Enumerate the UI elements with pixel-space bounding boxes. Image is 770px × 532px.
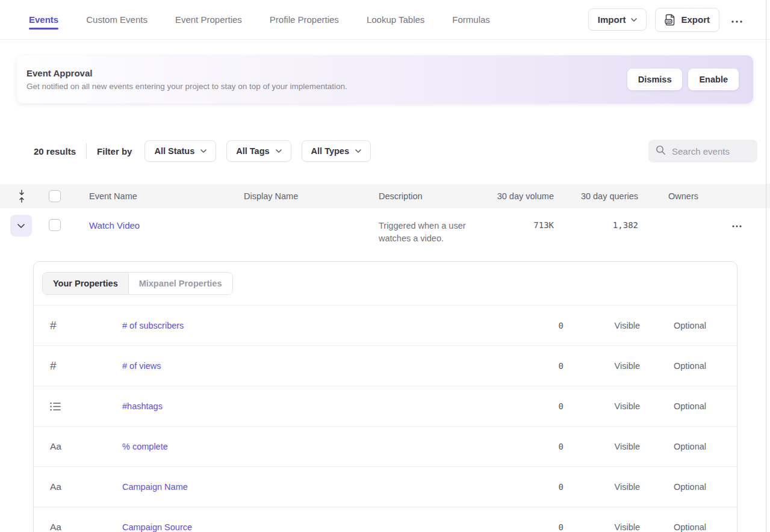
chevron-down-icon: [355, 149, 361, 153]
scrollbar-track[interactable]: [766, 0, 766, 532]
import-button[interactable]: Import: [588, 8, 647, 31]
banner-description: Get notified on all new events entering …: [26, 82, 347, 91]
column-event-name[interactable]: Event Name: [78, 191, 233, 201]
import-button-label: Import: [598, 14, 626, 25]
banner-actions: Dismiss Enable: [627, 69, 739, 90]
property-row: # # of subscribers 0 Visible Optional: [34, 306, 737, 346]
export-button[interactable]: csv Export: [655, 8, 719, 32]
tab-custom-events[interactable]: Custom Events: [86, 0, 147, 39]
events-table: Event Name Display Name Description 30 d…: [0, 184, 770, 250]
banner-text: Event Approval Get notified on all new e…: [26, 68, 347, 91]
csv-file-icon: csv: [665, 14, 675, 26]
tab-your-properties[interactable]: Your Properties: [43, 273, 128, 294]
column-30-day-queries[interactable]: 30 day queries: [554, 191, 638, 201]
column-description[interactable]: Description: [368, 191, 483, 201]
more-menu-button[interactable]: [728, 11, 746, 29]
select-all-checkbox[interactable]: [49, 190, 61, 202]
queries-cell: 1,382: [554, 208, 638, 230]
property-requirement: Optional: [640, 361, 706, 371]
property-visibility: Visible: [564, 482, 640, 492]
tags-filter-value: All Tags: [236, 146, 269, 156]
tab-event-properties[interactable]: Event Properties: [175, 0, 242, 39]
property-count: 0: [511, 321, 564, 330]
text-glyph: Aa: [50, 481, 61, 492]
filter-by-label: Filter by: [97, 146, 132, 156]
text-icon: Aa: [34, 441, 89, 452]
text-glyph: Aa: [50, 522, 61, 532]
property-count: 0: [511, 361, 564, 371]
tab-mixpanel-properties[interactable]: Mixpanel Properties: [128, 273, 232, 294]
tab-events[interactable]: Events: [29, 0, 58, 39]
property-visibility: Visible: [564, 401, 640, 411]
column-30-day-volume[interactable]: 30 day volume: [483, 191, 554, 201]
text-icon: Aa: [34, 481, 89, 492]
property-row: # # of views 0 Visible Optional: [34, 346, 737, 386]
search-icon: [656, 145, 666, 158]
event-properties-panel: Your Properties Mixpanel Properties # # …: [33, 261, 737, 532]
nav-actions: Import csv Export: [588, 8, 746, 32]
search-input[interactable]: [672, 146, 750, 156]
number-glyph: #: [50, 359, 57, 373]
property-count: 0: [511, 482, 564, 492]
enable-button[interactable]: Enable: [688, 69, 739, 90]
results-count: 20 results: [34, 146, 76, 156]
number-glyph: #: [50, 319, 57, 332]
property-visibility: Visible: [564, 361, 640, 371]
property-name-link[interactable]: Campaign Name: [89, 482, 511, 492]
property-requirement: Optional: [640, 321, 706, 330]
dismiss-button[interactable]: Dismiss: [627, 69, 683, 90]
column-display-name[interactable]: Display Name: [233, 191, 368, 201]
property-count: 0: [511, 401, 564, 411]
tags-filter-dropdown[interactable]: All Tags: [226, 140, 291, 162]
status-filter-dropdown[interactable]: All Status: [144, 140, 216, 162]
top-navigation: Events Custom Events Event Properties Pr…: [0, 0, 770, 40]
ellipsis-icon: [731, 14, 742, 25]
nav-tabs: Events Custom Events Event Properties Pr…: [29, 0, 490, 39]
expander-cell: [0, 208, 43, 237]
tab-formulas[interactable]: Formulas: [452, 0, 490, 39]
row-actions-cell: [716, 208, 770, 234]
property-count: 0: [511, 522, 564, 532]
ellipsis-icon: [732, 219, 742, 230]
search-events-box[interactable]: [648, 140, 757, 162]
property-name-link[interactable]: # of views: [89, 361, 511, 371]
volume-cell: 713K: [483, 208, 554, 230]
chevron-down-icon: [276, 149, 282, 153]
properties-tabbar: Your Properties Mixpanel Properties: [34, 262, 737, 306]
collapse-all-icon[interactable]: [0, 190, 43, 203]
property-row: Aa Campaign Source 0 Visible Optional: [34, 507, 737, 532]
filter-bar: 20 results Filter by All Status All Tags…: [34, 140, 757, 162]
table-row: Watch Video Triggered when a user watche…: [0, 208, 770, 250]
svg-text:csv: csv: [666, 19, 672, 23]
property-visibility: Visible: [564, 522, 640, 532]
types-filter-dropdown[interactable]: All Types: [302, 140, 371, 162]
row-checkbox[interactable]: [49, 219, 61, 231]
tab-lookup-tables[interactable]: Lookup Tables: [367, 0, 424, 39]
export-button-label: Export: [681, 14, 710, 25]
property-row: Aa % complete 0 Visible Optional: [34, 427, 737, 467]
number-icon: #: [34, 359, 89, 373]
number-icon: #: [34, 319, 89, 332]
divider: [86, 143, 87, 159]
property-requirement: Optional: [640, 522, 706, 532]
tab-profile-properties[interactable]: Profile Properties: [270, 0, 339, 39]
status-filter-value: All Status: [154, 146, 194, 156]
column-owners[interactable]: Owners: [638, 191, 716, 201]
banner-title: Event Approval: [26, 68, 347, 78]
row-more-menu-button[interactable]: [728, 215, 746, 234]
lexicon-events-page: Events Custom Events Event Properties Pr…: [0, 0, 770, 532]
event-name-link[interactable]: Watch Video: [78, 208, 233, 230]
property-name-link[interactable]: Campaign Source: [89, 522, 511, 532]
property-requirement: Optional: [640, 401, 706, 411]
text-glyph: Aa: [50, 441, 61, 452]
select-all-cell: [43, 190, 78, 202]
description-cell: Triggered when a user watches a video.: [368, 208, 471, 245]
collapse-row-button[interactable]: [10, 215, 32, 237]
property-name-link[interactable]: #hashtags: [89, 401, 511, 411]
event-approval-banner: Event Approval Get notified on all new e…: [17, 55, 753, 104]
property-name-link[interactable]: % complete: [89, 442, 511, 451]
property-row: #hashtags 0 Visible Optional: [34, 386, 737, 427]
types-filter-value: All Types: [311, 146, 349, 156]
property-requirement: Optional: [640, 482, 706, 492]
property-name-link[interactable]: # of subscribers: [89, 321, 511, 330]
